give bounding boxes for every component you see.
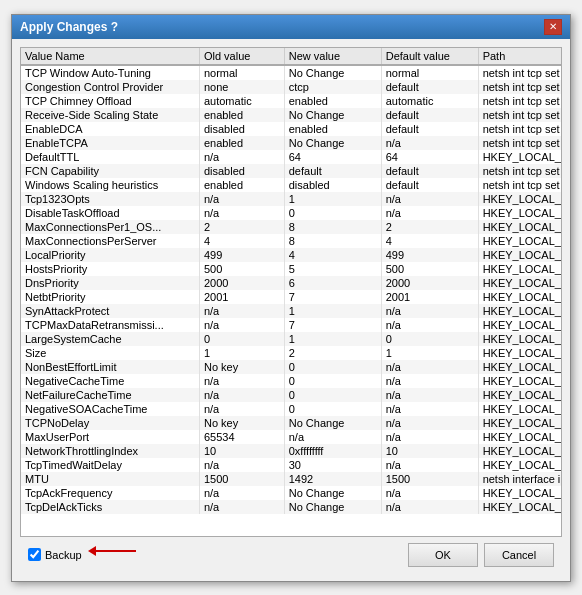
table-cell: default xyxy=(381,80,478,94)
table-cell: TCPMaxDataRetransmissi... xyxy=(21,318,199,332)
table-row[interactable]: EnableDCAdisabledenableddefaultnetsh int… xyxy=(21,122,561,136)
table-row[interactable]: Congestion Control Providernonectcpdefau… xyxy=(21,80,561,94)
table-row[interactable]: Tcp1323Optsn/a1n/aHKEY_LOCAL_MACHINE\SYS… xyxy=(21,192,561,206)
table-cell: HostsPriority xyxy=(21,262,199,276)
table-row[interactable]: MTU150014921500netsh interface ipv4 set … xyxy=(21,472,561,486)
table-scroll[interactable]: Value Name Old value New value Default v… xyxy=(21,48,561,536)
table-cell: MaxConnectionsPerServer xyxy=(21,234,199,248)
table-row[interactable]: LargeSystemCache010HKEY_LOCAL_MACHINE\SY… xyxy=(21,332,561,346)
table-cell: HKEY_LOCAL_MACHINE\SYST... xyxy=(478,402,561,416)
table-cell: 1 xyxy=(284,304,381,318)
table-cell: n/a xyxy=(199,374,284,388)
table-cell: n/a xyxy=(199,206,284,220)
table-cell: HKEY_LOCAL_MACHINE\SYST... xyxy=(478,276,561,290)
table-cell: n/a xyxy=(284,430,381,444)
table-cell: netsh int tcp set global ecncapat... xyxy=(478,164,561,178)
button-group: OK Cancel xyxy=(408,543,554,567)
table-row[interactable]: MaxConnectionsPerServer484HKEY_LOCAL_MAC… xyxy=(21,234,561,248)
table-row[interactable]: TcpAckFrequencyn/aNo Changen/aHKEY_LOCAL… xyxy=(21,486,561,500)
table-row[interactable]: MaxUserPort65534n/an/aHKEY_LOCAL_MACHINE… xyxy=(21,430,561,444)
table-row[interactable]: SynAttackProtectn/a1n/aHKEY_LOCAL_MACHIN… xyxy=(21,304,561,318)
table-row[interactable]: HostsPriority5005500HKEY_LOCAL_MACHINE\S… xyxy=(21,262,561,276)
table-cell: netsh int tcp set global congestio... xyxy=(478,80,561,94)
table-cell: n/a xyxy=(381,430,478,444)
table-row[interactable]: NetworkThrottlingIndex100xffffffff10HKEY… xyxy=(21,444,561,458)
table-row[interactable]: Windows Scaling heuristicsenableddisable… xyxy=(21,178,561,192)
table-cell: n/a xyxy=(381,458,478,472)
table-row[interactable]: TCPNoDelayNo keyNo Changen/aHKEY_LOCAL_M… xyxy=(21,416,561,430)
table-cell: No Change xyxy=(284,500,381,514)
table-row[interactable]: FCN Capabilitydisableddefaultdefaultnets… xyxy=(21,164,561,178)
table-cell: HKEY_LOCAL_MACHINE\SYST... xyxy=(478,458,561,472)
table-row[interactable]: LocalPriority4994499HKEY_LOCAL_MACHINE\S… xyxy=(21,248,561,262)
ok-button[interactable]: OK xyxy=(408,543,478,567)
table-cell: n/a xyxy=(381,402,478,416)
table-cell: netsh int tcp set global dca=enab... xyxy=(478,122,561,136)
table-row[interactable]: EnableTCPAenabledNo Changen/anetsh int t… xyxy=(21,136,561,150)
table-row[interactable]: DefaultTTLn/a6464HKEY_LOCAL_MACHINE\SYST… xyxy=(21,150,561,164)
table-cell: enabled xyxy=(284,122,381,136)
table-cell: 0 xyxy=(284,206,381,220)
table-row[interactable]: NetbtPriority200172001HKEY_LOCAL_MACHINE… xyxy=(21,290,561,304)
table-cell: LocalPriority xyxy=(21,248,199,262)
table-row[interactable]: Size121HKEY_LOCAL_MACHINE\SYST... xyxy=(21,346,561,360)
table-row[interactable]: NonBestEffortLimitNo key0n/aHKEY_LOCAL_M… xyxy=(21,360,561,374)
table-cell: 10 xyxy=(381,444,478,458)
backup-checkbox[interactable] xyxy=(28,548,41,561)
table-cell: n/a xyxy=(199,318,284,332)
table-cell: HKEY_LOCAL_MACHINE\SYST... xyxy=(478,444,561,458)
table-row[interactable]: TCP Window Auto-TuningnormalNo Changenor… xyxy=(21,65,561,80)
table-cell: HKEY_LOCAL_MACHINE\SYST... xyxy=(478,304,561,318)
table-cell: No Change xyxy=(284,416,381,430)
table-row[interactable]: MaxConnectionsPer1_OS...282HKEY_LOCAL_MA… xyxy=(21,220,561,234)
table-cell: netsh int tcp set global chimney=... xyxy=(478,94,561,108)
table-row[interactable]: DisableTaskOffloadn/a0n/aHKEY_LOCAL_MACH… xyxy=(21,206,561,220)
table-cell: netsh interface ipv4 set subinterf... xyxy=(478,472,561,486)
table-cell: No key xyxy=(199,360,284,374)
table-cell: HKEY_LOCAL_MACHINE\SYST... xyxy=(478,332,561,346)
table-cell: 7 xyxy=(284,318,381,332)
dialog-title: Apply Changes ? xyxy=(20,20,118,34)
table-cell: 7 xyxy=(284,290,381,304)
table-cell: TCPNoDelay xyxy=(21,416,199,430)
table-body: TCP Window Auto-TuningnormalNo Changenor… xyxy=(21,65,561,514)
table-row[interactable]: NegativeCacheTimen/a0n/aHKEY_LOCAL_MACHI… xyxy=(21,374,561,388)
col-new-value: New value xyxy=(284,48,381,65)
cancel-button[interactable]: Cancel xyxy=(484,543,554,567)
table-cell: netsh int tcp set global rss=enabl... xyxy=(478,108,561,122)
table-cell: DnsPriority xyxy=(21,276,199,290)
arrow-annotation xyxy=(88,546,136,556)
table-cell: No Change xyxy=(284,486,381,500)
table-cell: HKEY_LOCAL_MACHINE\SYST... xyxy=(478,430,561,444)
title-bar-buttons: ✕ xyxy=(544,19,562,35)
table-row[interactable]: TcpDelAckTicksn/aNo Changen/aHKEY_LOCAL_… xyxy=(21,500,561,514)
table-cell: n/a xyxy=(199,458,284,472)
table-cell: HKEY_LOCAL_MACHINE\SYST... xyxy=(478,374,561,388)
dialog-body: Value Name Old value New value Default v… xyxy=(12,39,570,581)
table-cell: TcpDelAckTicks xyxy=(21,500,199,514)
table-cell: HKEY_LOCAL_MACHINE\SYST... xyxy=(478,248,561,262)
table-cell: 1 xyxy=(284,192,381,206)
table-row[interactable]: NegativeSOACacheTimen/a0n/aHKEY_LOCAL_MA… xyxy=(21,402,561,416)
table-cell: n/a xyxy=(199,388,284,402)
arrow-line xyxy=(96,550,136,552)
table-cell: n/a xyxy=(381,374,478,388)
table-cell: netsh int tcp set global netdma=... xyxy=(478,136,561,150)
table-row[interactable]: TCP Chimney Offloadautomaticenabledautom… xyxy=(21,94,561,108)
table-cell: 499 xyxy=(199,248,284,262)
table-cell: 2000 xyxy=(381,276,478,290)
table-cell: 500 xyxy=(199,262,284,276)
table-cell: No Change xyxy=(284,136,381,150)
table-cell: TcpTimedWaitDelay xyxy=(21,458,199,472)
table-cell: 2 xyxy=(381,220,478,234)
table-cell: NetbtPriority xyxy=(21,290,199,304)
bottom-bar: Backup OK Cancel xyxy=(20,537,562,573)
table-row[interactable]: NetFailureCacheTimen/a0n/aHKEY_LOCAL_MAC… xyxy=(21,388,561,402)
close-button[interactable]: ✕ xyxy=(544,19,562,35)
table-row[interactable]: DnsPriority200062000HKEY_LOCAL_MACHINE\S… xyxy=(21,276,561,290)
table-row[interactable]: TcpTimedWaitDelayn/a30n/aHKEY_LOCAL_MACH… xyxy=(21,458,561,472)
table-row[interactable]: TCPMaxDataRetransmissi...n/a7n/aHKEY_LOC… xyxy=(21,318,561,332)
table-row[interactable]: Receive-Side Scaling StateenabledNo Chan… xyxy=(21,108,561,122)
table-cell: EnableDCA xyxy=(21,122,199,136)
arrow-head-icon xyxy=(88,546,96,556)
